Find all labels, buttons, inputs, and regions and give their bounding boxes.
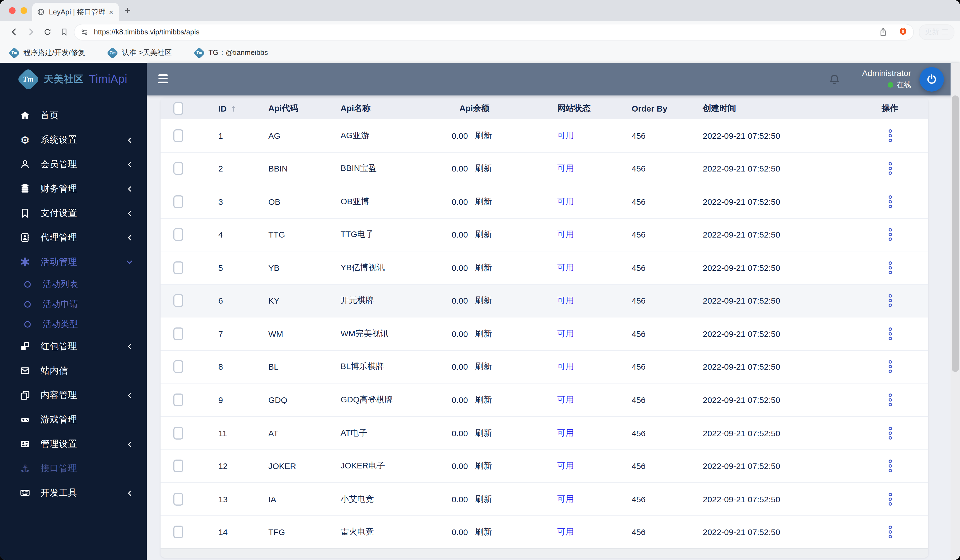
refresh-balance-link[interactable]: 刷新 <box>475 494 492 504</box>
back-icon[interactable] <box>6 24 22 40</box>
row-checkbox[interactable] <box>173 426 183 439</box>
refresh-balance-link[interactable]: 刷新 <box>475 263 492 273</box>
sidebar-item[interactable]: 会员管理 <box>0 152 147 177</box>
site-status-link[interactable]: 可用 <box>557 329 574 338</box>
row-checkbox[interactable] <box>173 493 183 505</box>
row-checkbox[interactable] <box>173 262 183 274</box>
sidebar-item[interactable]: 站内信 <box>0 359 147 383</box>
refresh-balance-link[interactable]: 刷新 <box>475 163 492 174</box>
column-api-balance[interactable]: Api余额 <box>452 103 546 114</box>
sidebar-item[interactable]: 代理管理 <box>0 225 147 250</box>
sidebar-item[interactable]: ⚙ 系统设置 <box>0 128 147 152</box>
sidebar-item[interactable]: 活动类型 <box>0 314 147 334</box>
sidebar-item[interactable]: 开发工具 <box>0 481 147 505</box>
sidebar-item[interactable]: 游戏管理 <box>0 407 147 432</box>
column-order-by[interactable]: Order By <box>624 104 696 113</box>
row-actions-menu-icon[interactable] <box>886 360 894 374</box>
select-all-checkbox[interactable] <box>173 102 183 115</box>
row-checkbox[interactable] <box>173 526 183 538</box>
address-bar[interactable]: https://k8.timibbs.vip/timibbs/apis <box>74 24 914 40</box>
notifications-bell-icon[interactable] <box>827 72 841 86</box>
site-status-link[interactable]: 可用 <box>557 461 574 470</box>
row-checkbox[interactable] <box>173 327 183 340</box>
sidebar-item[interactable]: 管理设置 <box>0 432 147 456</box>
site-status-link[interactable]: 可用 <box>557 263 574 272</box>
forward-icon[interactable] <box>22 24 39 40</box>
tab-close-icon[interactable]: × <box>108 8 114 16</box>
bookmark-item[interactable]: Tm 程序搭建/开发/修复 <box>10 48 85 58</box>
new-tab-button[interactable]: + <box>125 5 131 17</box>
row-checkbox[interactable] <box>173 129 183 142</box>
row-checkbox[interactable] <box>173 459 183 472</box>
refresh-balance-link[interactable]: 刷新 <box>475 461 492 471</box>
row-checkbox[interactable] <box>173 162 183 175</box>
sort-asc-icon[interactable]: ↑ <box>230 105 237 113</box>
row-actions-menu-icon[interactable] <box>886 393 894 407</box>
minimize-window-button[interactable] <box>21 7 27 14</box>
refresh-balance-link[interactable]: 刷新 <box>475 329 492 339</box>
refresh-balance-link[interactable]: 刷新 <box>475 395 492 405</box>
browser-update-button[interactable]: 更新 <box>919 24 954 40</box>
site-status-link[interactable]: 可用 <box>557 395 574 404</box>
close-window-button[interactable] <box>9 7 16 14</box>
sidebar-item[interactable]: 支付设置 <box>0 201 147 225</box>
sidebar-item[interactable]: 内容管理 <box>0 383 147 407</box>
column-site-status[interactable]: 网站状态 <box>546 103 624 114</box>
site-status-link[interactable]: 可用 <box>557 295 574 305</box>
row-actions-menu-icon[interactable] <box>886 426 894 440</box>
row-checkbox[interactable] <box>173 394 183 406</box>
refresh-balance-link[interactable]: 刷新 <box>475 131 492 141</box>
sidebar-item[interactable]: 活动管理 <box>0 250 147 274</box>
row-actions-menu-icon[interactable] <box>886 492 894 506</box>
column-api-code[interactable]: Api代码 <box>246 103 318 114</box>
row-actions-menu-icon[interactable] <box>886 525 894 539</box>
share-icon[interactable] <box>878 27 888 37</box>
column-id[interactable]: ID↑ <box>196 104 246 113</box>
brand[interactable]: Tm 天美社区 TimiApi <box>0 63 147 96</box>
scrollbar-thumb[interactable] <box>952 96 959 372</box>
row-checkbox[interactable] <box>173 361 183 373</box>
sidebar-item[interactable]: 活动申请 <box>0 294 147 314</box>
user-menu[interactable]: Administrator 在线 <box>862 68 911 90</box>
site-status-link[interactable]: 可用 <box>557 196 574 206</box>
column-created-at[interactable]: 创建时间 <box>696 103 852 114</box>
refresh-balance-link[interactable]: 刷新 <box>475 527 492 537</box>
row-checkbox[interactable] <box>173 228 183 241</box>
row-checkbox[interactable] <box>173 195 183 208</box>
row-actions-menu-icon[interactable] <box>886 327 894 341</box>
refresh-balance-link[interactable]: 刷新 <box>475 196 492 207</box>
row-actions-menu-icon[interactable] <box>886 195 894 209</box>
row-actions-menu-icon[interactable] <box>886 228 894 242</box>
sidebar-item[interactable]: 首页 <box>0 103 147 128</box>
page-scrollbar[interactable] <box>950 63 960 560</box>
bookmark-item[interactable]: Tm 认准->天美社区 <box>108 48 172 58</box>
site-status-link[interactable]: 可用 <box>557 131 574 140</box>
refresh-balance-link[interactable]: 刷新 <box>475 362 492 372</box>
logout-power-button[interactable] <box>920 67 944 91</box>
bookmark-item[interactable]: Tm TG：@tianmeibbs <box>195 48 268 58</box>
site-status-link[interactable]: 可用 <box>557 163 574 173</box>
site-settings-icon[interactable] <box>80 27 89 36</box>
row-actions-menu-icon[interactable] <box>886 459 894 473</box>
row-actions-menu-icon[interactable] <box>886 162 894 175</box>
sidebar-toggle-icon[interactable] <box>158 74 168 83</box>
refresh-balance-link[interactable]: 刷新 <box>475 428 492 438</box>
row-actions-menu-icon[interactable] <box>886 261 894 275</box>
sidebar-item[interactable]: 红包管理 <box>0 334 147 359</box>
url-text[interactable]: https://k8.timibbs.vip/timibbs/apis <box>94 28 878 36</box>
row-actions-menu-icon[interactable] <box>886 129 894 143</box>
refresh-balance-link[interactable]: 刷新 <box>475 295 492 306</box>
bookmark-page-icon[interactable] <box>56 24 72 40</box>
row-actions-menu-icon[interactable] <box>886 294 894 308</box>
sidebar-item[interactable]: 财务管理 <box>0 177 147 201</box>
site-status-link[interactable]: 可用 <box>557 230 574 239</box>
column-api-name[interactable]: Api名称 <box>318 103 452 114</box>
sidebar-item[interactable]: 活动列表 <box>0 274 147 294</box>
site-status-link[interactable]: 可用 <box>557 527 574 536</box>
site-status-link[interactable]: 可用 <box>557 428 574 437</box>
site-status-link[interactable]: 可用 <box>557 362 574 371</box>
browser-tab[interactable]: LeyApi | 接口管理 × <box>32 3 119 21</box>
sidebar-item[interactable]: ⚓ 接口管理 <box>0 456 147 481</box>
reload-icon[interactable] <box>39 24 56 40</box>
brave-shields-icon[interactable] <box>898 27 908 37</box>
